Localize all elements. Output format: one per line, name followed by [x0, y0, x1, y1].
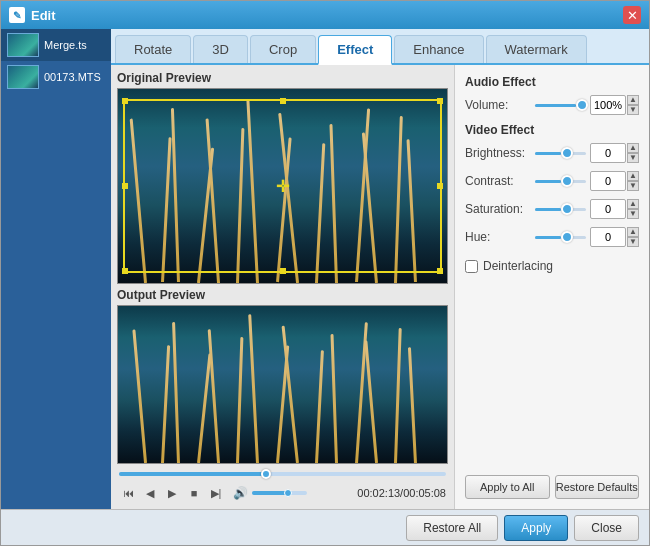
tab-3d[interactable]: 3D [193, 35, 248, 63]
close-window-button[interactable]: ✕ [623, 6, 641, 24]
volume-track[interactable] [535, 104, 586, 107]
crop-overlay: ✛ [123, 99, 442, 273]
saturation-slider-container [535, 202, 586, 216]
saturation-row: Saturation: ▲ ▼ [465, 199, 639, 219]
close-button[interactable]: Close [574, 515, 639, 541]
volume-value-input[interactable] [590, 95, 626, 115]
brightness-down-btn[interactable]: ▼ [627, 153, 639, 163]
sidebar-label-file: 00173.MTS [44, 71, 101, 83]
edit-window: ✎ Edit ✕ Merge.ts 00173.MTS Rotate [0, 0, 650, 546]
sidebar-item-merge[interactable]: Merge.ts [1, 29, 111, 61]
apply-button[interactable]: Apply [504, 515, 568, 541]
right-actions: Apply to All Restore Defaults [465, 475, 639, 499]
sidebar-label-merge: Merge.ts [44, 39, 87, 51]
hue-spin: ▲ ▼ [627, 227, 639, 247]
hue-track[interactable] [535, 236, 586, 239]
top-action-row: Apply to All Restore Defaults [465, 475, 639, 499]
saturation-thumb[interactable] [561, 203, 573, 215]
brightness-spin: ▲ ▼ [627, 143, 639, 163]
title-bar: ✎ Edit ✕ [1, 1, 649, 29]
saturation-track[interactable] [535, 208, 586, 211]
hue-row: Hue: ▲ ▼ [465, 227, 639, 247]
tab-effect[interactable]: Effect [318, 35, 392, 65]
saturation-spin: ▲ ▼ [627, 199, 639, 219]
volume-up-btn[interactable]: ▲ [627, 95, 639, 105]
brightness-row: Brightness: ▲ ▼ [465, 143, 639, 163]
time-display: 00:02:13/00:05:08 [357, 487, 446, 499]
right-panel: Audio Effect Volume: ▲ ▼ [454, 65, 649, 509]
bottom-bar: Restore All Apply Close [1, 509, 649, 545]
volume-slider-container [535, 98, 586, 112]
output-preview-label: Output Preview [117, 288, 448, 302]
hue-thumb[interactable] [561, 231, 573, 243]
contrast-up-btn[interactable]: ▲ [627, 171, 639, 181]
output-video-bg [118, 306, 447, 463]
contrast-value-input[interactable] [590, 171, 626, 191]
stop-button[interactable]: ■ [185, 484, 203, 502]
right-spacer [465, 273, 639, 475]
sidebar: Merge.ts 00173.MTS [1, 29, 111, 509]
transport-bar: ⏮ ◀ ▶ ■ ▶| 🔊 00:02:13/00:05:08 [117, 481, 448, 505]
contrast-track[interactable] [535, 180, 586, 183]
sidebar-thumb-file [7, 65, 39, 89]
tab-crop[interactable]: Crop [250, 35, 316, 63]
saturation-down-btn[interactable]: ▼ [627, 209, 639, 219]
play-button[interactable]: ▶ [163, 484, 181, 502]
deinterlacing-checkbox[interactable] [465, 260, 478, 273]
tab-watermark[interactable]: Watermark [486, 35, 587, 63]
restore-all-button[interactable]: Restore All [406, 515, 498, 541]
brightness-thumb[interactable] [561, 147, 573, 159]
contrast-row: Contrast: ▲ ▼ [465, 171, 639, 191]
saturation-value-input[interactable] [590, 199, 626, 219]
sidebar-item-file[interactable]: 00173.MTS [1, 61, 111, 93]
apply-to-all-button[interactable]: Apply to All [465, 475, 550, 499]
volume-thumb [284, 489, 292, 497]
content-area: Merge.ts 00173.MTS Rotate 3D Crop Effect… [1, 29, 649, 509]
tab-bar: Rotate 3D Crop Effect Enhance Watermark [111, 29, 649, 65]
volume-spin: ▲ ▼ [627, 95, 639, 115]
volume-icon: 🔊 [233, 486, 248, 500]
hue-fill [535, 236, 561, 239]
contrast-slider-container [535, 174, 586, 188]
left-panel: Original Preview [111, 65, 454, 509]
deinterlacing-row: Deinterlacing [465, 259, 639, 273]
brightness-fill [535, 152, 561, 155]
output-preview [117, 305, 448, 464]
tab-enhance[interactable]: Enhance [394, 35, 483, 63]
deinterlacing-label[interactable]: Deinterlacing [483, 259, 553, 273]
volume-label: Volume: [465, 98, 535, 112]
restore-defaults-button[interactable]: Restore Defaults [555, 475, 640, 499]
original-video-bg: ✛ [118, 89, 447, 283]
volume-fill [535, 104, 576, 107]
contrast-label: Contrast: [465, 174, 535, 188]
step-forward-button[interactable]: ▶| [207, 484, 225, 502]
seek-progress [119, 472, 266, 476]
seek-bar-container [117, 467, 448, 481]
brightness-track[interactable] [535, 152, 586, 155]
hue-down-btn[interactable]: ▼ [627, 237, 639, 247]
volume-thumb-right[interactable] [576, 99, 588, 111]
main-content: Rotate 3D Crop Effect Enhance Watermark … [111, 29, 649, 509]
brightness-up-btn[interactable]: ▲ [627, 143, 639, 153]
hue-up-btn[interactable]: ▲ [627, 227, 639, 237]
original-preview-label: Original Preview [117, 71, 448, 85]
audio-effect-title: Audio Effect [465, 75, 639, 89]
contrast-thumb[interactable] [561, 175, 573, 187]
seek-thumb[interactable] [261, 469, 271, 479]
tab-rotate[interactable]: Rotate [115, 35, 191, 63]
volume-down-btn[interactable]: ▼ [627, 105, 639, 115]
skip-start-button[interactable]: ⏮ [119, 484, 137, 502]
seek-bar[interactable] [119, 472, 446, 476]
original-preview: ✛ [117, 88, 448, 284]
step-back-button[interactable]: ◀ [141, 484, 159, 502]
output-panel: Output Preview [117, 288, 448, 464]
contrast-down-btn[interactable]: ▼ [627, 181, 639, 191]
crop-center-icon: ✛ [276, 176, 289, 195]
volume-slider[interactable] [252, 491, 307, 495]
saturation-up-btn[interactable]: ▲ [627, 199, 639, 209]
brightness-value-input[interactable] [590, 143, 626, 163]
saturation-label: Saturation: [465, 202, 535, 216]
hue-value-input[interactable] [590, 227, 626, 247]
brightness-slider-container [535, 146, 586, 160]
volume-row: Volume: ▲ ▼ [465, 95, 639, 115]
